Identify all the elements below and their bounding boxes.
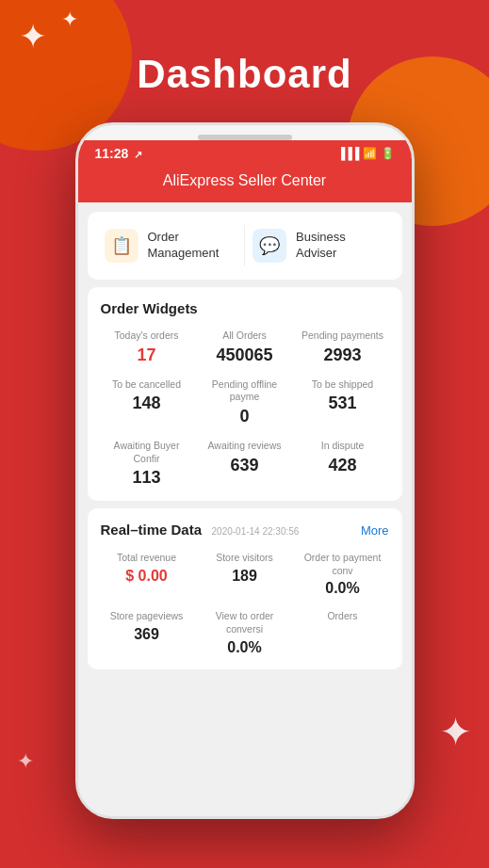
realtime-cell-2[interactable]: Order to payment conv0.0%	[297, 552, 389, 597]
widget-label-1: All Orders	[199, 330, 291, 343]
order-widgets-title: Order Widgets	[101, 300, 389, 316]
widget-label-4: Pending offline payme	[199, 378, 291, 404]
order-widget-cell-7[interactable]: Awaiting reviews639	[199, 440, 291, 488]
order-widget-cell-6[interactable]: Awaiting Buyer Confir113	[101, 440, 193, 488]
widget-value-6: 113	[101, 468, 193, 488]
realtime-cell-5[interactable]: Orders	[297, 610, 389, 655]
realtime-cell-1[interactable]: Store visitors189	[199, 552, 291, 597]
star-icon-bottom-right: ✦	[439, 709, 472, 755]
wifi-icon: 📶	[363, 147, 377, 160]
status-time: 11:28 ↗	[95, 146, 143, 161]
realtime-value-2: 0.0%	[297, 580, 389, 597]
business-adviser-icon: 💬	[253, 229, 286, 263]
star-icon-top-left: ✦	[19, 17, 47, 56]
business-adviser-label: BusinessAdviser	[296, 230, 346, 262]
widget-value-3: 148	[101, 394, 193, 413]
order-widget-cell-5[interactable]: To be shipped531	[297, 378, 389, 426]
realtime-section: Real–time Data 2020-01-14 22:30:56 More …	[88, 508, 402, 669]
realtime-grid: Total revenue$ 0.00Store visitors189Orde…	[101, 552, 389, 656]
widget-label-5: To be shipped	[297, 378, 389, 392]
widget-label-2: Pending payments	[297, 330, 389, 343]
widget-value-2: 2993	[297, 346, 389, 365]
realtime-title: Real–time Data	[101, 522, 203, 538]
widget-label-8: In dispute	[297, 440, 389, 453]
phone-frame: 11:28 ↗ ▐▐▐ 📶 🔋 AliExpress Seller Center…	[75, 122, 415, 819]
widget-label-3: To be cancelled	[101, 378, 193, 392]
star-icon-bottom-left: ✦	[17, 749, 34, 774]
realtime-header: Real–time Data 2020-01-14 22:30:56 More	[101, 522, 389, 538]
order-management-label: OrderManagement	[148, 230, 220, 262]
widget-value-0: 17	[101, 346, 193, 365]
status-bar: 11:28 ↗ ▐▐▐ 📶 🔋	[78, 140, 412, 165]
widget-value-7: 639	[199, 456, 291, 475]
widget-label-0: Today's orders	[101, 330, 193, 343]
menu-section: 📋 OrderManagement 💬 BusinessAdviser	[88, 212, 402, 280]
realtime-timestamp: 2020-01-14 22:30:56	[212, 526, 300, 537]
order-widget-cell-4[interactable]: Pending offline payme0	[199, 378, 291, 426]
realtime-label-2: Order to payment conv	[297, 552, 389, 577]
app-header: AliExpress Seller Center	[78, 165, 412, 202]
realtime-label-1: Store visitors	[199, 552, 291, 565]
signal-icon: ▐▐▐	[337, 147, 359, 160]
realtime-more-link[interactable]: More	[361, 523, 389, 538]
realtime-cell-0[interactable]: Total revenue$ 0.00	[101, 552, 193, 597]
menu-item-order[interactable]: 📋 OrderManagement	[97, 225, 246, 266]
realtime-label-4: View to order conversi	[199, 610, 291, 635]
widget-label-6: Awaiting Buyer Confir	[101, 440, 193, 465]
status-icons: ▐▐▐ 📶 🔋	[337, 147, 395, 160]
order-widgets-grid: Today's orders17All Orders450065Pending …	[101, 330, 389, 488]
widget-value-4: 0	[199, 407, 291, 426]
star-icon-top-right: ✦	[61, 8, 78, 32]
realtime-value-1: 189	[199, 568, 291, 585]
order-widget-cell-8[interactable]: In dispute428	[297, 440, 389, 488]
realtime-label-3: Store pageviews	[101, 610, 193, 623]
widget-value-1: 450065	[199, 346, 291, 365]
order-widget-cell-2[interactable]: Pending payments2993	[297, 330, 389, 365]
realtime-value-4: 0.0%	[199, 639, 291, 656]
order-management-icon: 📋	[105, 229, 139, 263]
order-widgets-section: Order Widgets Today's orders17All Orders…	[88, 287, 402, 501]
realtime-cell-3[interactable]: Store pageviews369	[101, 610, 193, 655]
app-title: AliExpress Seller Center	[78, 172, 412, 189]
realtime-label-0: Total revenue	[101, 552, 193, 565]
location-icon: ↗	[134, 149, 142, 160]
realtime-value-3: 369	[101, 626, 193, 643]
order-widget-cell-0[interactable]: Today's orders17	[101, 330, 193, 365]
widget-value-5: 531	[297, 394, 389, 413]
realtime-cell-4[interactable]: View to order conversi0.0%	[199, 610, 291, 655]
dashboard-title: Dashboard	[0, 52, 489, 97]
widget-label-7: Awaiting reviews	[199, 440, 291, 453]
order-widget-cell-1[interactable]: All Orders450065	[199, 330, 291, 365]
order-widget-cell-3[interactable]: To be cancelled148	[101, 378, 193, 426]
phone-body: 📋 OrderManagement 💬 BusinessAdviser Orde…	[78, 202, 412, 818]
battery-icon: 🔋	[381, 147, 395, 160]
realtime-value-0: $ 0.00	[101, 568, 193, 585]
menu-item-business[interactable]: 💬 BusinessAdviser	[245, 225, 393, 266]
realtime-label-5: Orders	[297, 610, 389, 623]
widget-value-8: 428	[297, 456, 389, 475]
